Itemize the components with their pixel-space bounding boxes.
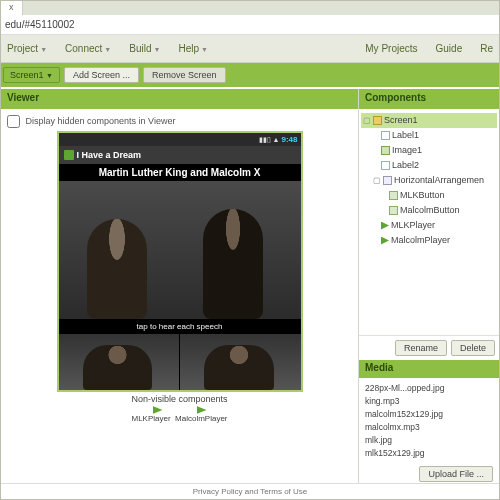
rename-button[interactable]: Rename — [395, 340, 447, 356]
screen-bar: Screen1 ▼ Add Screen ... Remove Screen — [1, 63, 499, 87]
media-header: Media — [359, 360, 499, 378]
image1[interactable] — [59, 181, 301, 319]
tree-ha[interactable]: ▢HorizontalArrangemen — [361, 173, 497, 188]
menu-connect[interactable]: Connect▼ — [61, 39, 115, 58]
media-file[interactable]: mlk.jpg — [365, 434, 493, 447]
wifi-icon: ▲ — [273, 136, 280, 143]
media-file[interactable]: malcolmx.mp3 — [365, 421, 493, 434]
signal-icon: ▮▮▯ — [259, 136, 271, 144]
link-guide[interactable]: Guide — [432, 39, 467, 58]
tree-label1[interactable]: Label1 — [361, 128, 497, 143]
footer-link[interactable]: Privacy Policy and Terms of Use — [1, 483, 499, 499]
media-list: 228px-Ml...opped.jpg king.mp3 malcolm152… — [359, 378, 499, 464]
add-screen-button[interactable]: Add Screen ... — [64, 67, 139, 83]
label1[interactable]: Martin Luther King and Malcolm X — [59, 164, 301, 181]
phone-preview: ▮▮▯ ▲ 9:48 I Have a Dream Martin Luther … — [57, 131, 303, 392]
nonvisible-header: Non-visible components — [7, 394, 352, 404]
link-my-projects[interactable]: My Projects — [361, 39, 421, 58]
screen-dropdown[interactable]: Screen1 ▼ — [3, 67, 60, 83]
malcolm-button[interactable] — [180, 334, 301, 390]
nv-malcolmplayer[interactable]: MalcolmPlayer — [175, 414, 227, 423]
menu-help[interactable]: Help▼ — [174, 39, 212, 58]
tree-malcolmplayer[interactable]: MalcolmPlayer — [361, 233, 497, 248]
hidden-components-checkbox[interactable] — [7, 115, 20, 128]
menu-bar: Project▼ Connect▼ Build▼ Help▼ My Projec… — [1, 35, 499, 63]
media-file[interactable]: king.mp3 — [365, 395, 493, 408]
upload-file-button[interactable]: Upload File ... — [419, 466, 493, 482]
viewer-header: Viewer — [1, 89, 358, 109]
tree-malcolmbutton[interactable]: MalcolmButton — [361, 203, 497, 218]
status-time: 9:48 — [281, 135, 297, 144]
menu-project[interactable]: Project▼ — [3, 39, 51, 58]
menu-build[interactable]: Build▼ — [125, 39, 164, 58]
delete-button[interactable]: Delete — [451, 340, 495, 356]
media-file[interactable]: malcolm152x129.jpg — [365, 408, 493, 421]
app-title: I Have a Dream — [77, 150, 142, 160]
component-tree: ▢Screen1 Label1 Image1 Label2 ▢Horizonta… — [359, 109, 499, 252]
browser-tab[interactable]: x — [1, 1, 23, 15]
tree-label2[interactable]: Label2 — [361, 158, 497, 173]
app-icon — [64, 150, 74, 160]
url-bar[interactable]: edu/#45110002 — [1, 15, 499, 35]
link-report[interactable]: Re — [476, 39, 497, 58]
mlk-button[interactable] — [59, 334, 181, 390]
media-file[interactable]: 228px-Ml...opped.jpg — [365, 382, 493, 395]
tree-image1[interactable]: Image1 — [361, 143, 497, 158]
tree-mlkplayer[interactable]: MLKPlayer — [361, 218, 497, 233]
hidden-components-label: Display hidden components in Viewer — [26, 116, 176, 126]
components-header: Components — [359, 89, 499, 109]
media-file[interactable]: mlk152x129.jpg — [365, 447, 493, 460]
play-icon — [153, 406, 163, 414]
tree-mlkbutton[interactable]: MLKButton — [361, 188, 497, 203]
tree-screen1[interactable]: ▢Screen1 — [361, 113, 497, 128]
label2[interactable]: tap to hear each speech — [59, 319, 301, 334]
play-icon — [197, 406, 207, 414]
horizontal-arrangement[interactable] — [59, 334, 301, 390]
nv-mlkplayer[interactable]: MLKPlayer — [131, 414, 170, 423]
remove-screen-button[interactable]: Remove Screen — [143, 67, 226, 83]
